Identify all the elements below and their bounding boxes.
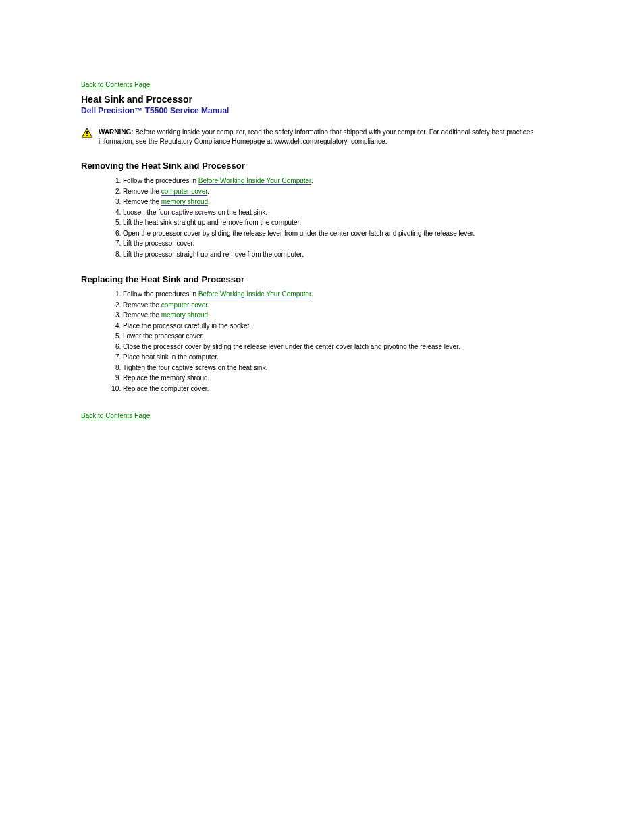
step-item: Tighten the four captive screws on the h… [123,363,563,373]
step-item: Lift the processor straight up and remov… [123,250,563,260]
warning-icon [81,128,93,140]
step-item: Remove the computer cover. [123,301,563,311]
svg-rect-1 [86,131,88,134]
warning-body: Before working inside your computer, rea… [99,128,533,145]
step-item: Place heat sink in the computer. [123,353,563,363]
removing-steps: Follow the procedures in Before Working … [123,176,563,259]
warning-block: WARNING: Before working inside your comp… [81,128,563,146]
step-item: Lift the processor cover. [123,239,563,249]
step-link[interactable]: memory shroud [161,198,208,206]
step-item: Lift the heat sink straight up and remov… [123,218,563,228]
step-item: Follow the procedures in Before Working … [123,176,563,186]
step-item: Close the processor cover by sliding the… [123,342,563,353]
page-subtitle: Dell Precision™ T5500 Service Manual [81,106,563,115]
warning-text: WARNING: Before working inside your comp… [99,128,563,146]
warning-label: WARNING: [99,128,134,136]
page-title: Heat Sink and Processor [81,94,563,105]
back-to-contents-bottom[interactable]: Back to Contents Page [81,412,563,419]
step-item: Remove the computer cover. [123,187,563,197]
step-link[interactable]: computer cover [161,188,207,196]
step-item: Lower the processor cover. [123,332,563,342]
step-item: Follow the procedures in Before Working … [123,290,563,300]
step-item: Place the processor carefully in the soc… [123,321,563,332]
step-item: Loosen the four captive screws on the he… [123,208,563,218]
section-replacing-title: Replacing the Heat Sink and Processor [81,274,563,284]
svg-rect-2 [86,135,88,136]
step-link[interactable]: Before Working Inside Your Computer [198,177,311,185]
step-item: Remove the memory shroud. [123,311,563,321]
step-item: Replace the memory shroud. [123,373,563,384]
step-link[interactable]: memory shroud [161,311,208,319]
section-removing-title: Removing the Heat Sink and Processor [81,161,563,171]
step-link[interactable]: computer cover [161,301,207,309]
step-link[interactable]: Before Working Inside Your Computer [198,290,311,298]
replacing-steps: Follow the procedures in Before Working … [123,290,563,394]
step-item: Open the processor cover by sliding the … [123,229,563,239]
step-item: Remove the memory shroud. [123,197,563,207]
back-to-contents-top[interactable]: Back to Contents Page [81,81,563,88]
step-item: Replace the computer cover. [123,384,563,394]
